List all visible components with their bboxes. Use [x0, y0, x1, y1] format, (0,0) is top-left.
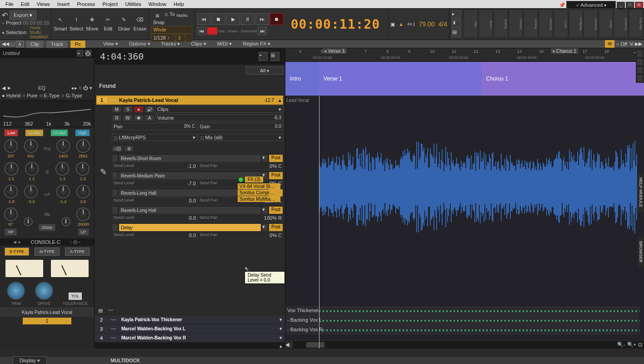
lvl-knob-3[interactable]: [56, 185, 70, 198]
snap-whole[interactable]: Whole: [151, 26, 192, 34]
n-type-button[interactable]: N-TYPE: [35, 248, 60, 256]
camera-icon[interactable]: ▣: [390, 21, 395, 27]
mini-track[interactable]: - Backing Vox R: [285, 325, 639, 335]
minimize-button[interactable]: _: [617, 2, 625, 8]
youtube-icon[interactable]: [207, 27, 217, 35]
rt-eraser-icon[interactable]: [637, 66, 643, 74]
menu-project[interactable]: Project: [99, 0, 121, 8]
tab-pc[interactable]: Pc: [70, 40, 86, 48]
mini-track[interactable]: Vox Thickener: [285, 306, 639, 316]
grid-icon[interactable]: ▦: [151, 10, 164, 19]
project-radio[interactable]: ○ Project 00:03:02:10: [2, 20, 49, 25]
lvl-knob-2[interactable]: [24, 185, 38, 198]
zoom-fit-icon[interactable]: ⊡: [638, 342, 642, 348]
help-tab[interactable]: HELP MODULE: [638, 173, 644, 212]
input-dropdown[interactable]: ◫ LftMcrpRPS▾: [112, 134, 197, 141]
expand-icon[interactable]: ⇲: [629, 41, 633, 47]
hp-button[interactable]: HP: [5, 228, 17, 236]
freq-knob-4[interactable]: [76, 139, 90, 153]
time-plus[interactable]: +: [259, 52, 268, 61]
tracks-menu[interactable]: Tracks ▾: [157, 40, 185, 48]
midi-menu[interactable]: MIDI ▾: [213, 40, 236, 48]
solo-button[interactable]: S: [123, 106, 133, 113]
timesig-value[interactable]: 4/4: [439, 20, 447, 28]
write-button[interactable]: W: [123, 115, 133, 121]
tab-select[interactable]: Select: [509, 10, 523, 38]
band-high[interactable]: High: [75, 129, 90, 136]
tab-track[interactable]: Track: [46, 40, 68, 48]
rt-selection-icon[interactable]: [637, 50, 643, 57]
tab-act[interactable]: ACT: [554, 10, 568, 38]
track-expand-icon[interactable]: ▾: [277, 326, 285, 332]
mute-button[interactable]: M: [112, 106, 122, 113]
band-lomid[interactable]: Lo Mid: [25, 129, 44, 136]
menu-file[interactable]: File: [2, 0, 17, 8]
mini-track[interactable]: - Backing Vox L: [285, 316, 639, 325]
menu-insert[interactable]: Insert: [54, 0, 74, 8]
tab-event[interactable]: Event: [494, 10, 508, 38]
eq-controls[interactable]: ▸▸ ○ ⏻ ▾: [72, 85, 92, 91]
clips-menu[interactable]: Clips ▾: [186, 40, 211, 48]
send-3-level[interactable]: Send Level0.0: [112, 214, 197, 222]
pan-slider[interactable]: Pan0% C: [112, 123, 197, 130]
send-0-pan[interactable]: Send Pan0% C: [198, 162, 283, 170]
add-track-button[interactable]: +: [77, 50, 83, 56]
send-0-dd[interactable]: ▾: [262, 154, 268, 162]
lp-button[interactable]: LP: [78, 228, 89, 236]
tab-mixrcl[interactable]: Mix Rcl: [629, 10, 643, 38]
q-knob-4[interactable]: [76, 162, 90, 176]
stop-button[interactable]: ⏹: [212, 13, 225, 25]
volume-slider[interactable]: Volume-6.3: [155, 114, 283, 121]
send-0-name[interactable]: Reverb-Short Room: [119, 154, 261, 162]
pause-button[interactable]: ⏸: [241, 13, 255, 25]
tol-button[interactable]: TOL: [68, 292, 82, 300]
scroll-left[interactable]: ◀: [285, 342, 293, 348]
browser-tab[interactable]: BROWSER: [638, 237, 644, 267]
tab-sync[interactable]: Sync: [599, 10, 613, 38]
fx-power-led[interactable]: [239, 177, 243, 182]
lvl-knob-1[interactable]: [4, 185, 18, 198]
waveform-icon[interactable]: 〰: [108, 335, 119, 341]
freq-knob-3[interactable]: [56, 139, 70, 153]
send-1-led[interactable]: [112, 172, 118, 180]
arm-button[interactable]: ●: [134, 106, 144, 113]
nav-a-icon[interactable]: A: [16, 41, 24, 47]
envelope-icon[interactable]: ✉: [605, 40, 614, 48]
q-knob-3[interactable]: [55, 162, 69, 176]
send-4-name[interactable]: Delay: [119, 223, 261, 232]
aux-btn-3[interactable]: ▤: [452, 29, 461, 37]
aux-btn-1[interactable]: ▸: [452, 10, 461, 19]
undo-icon[interactable]: ↶: [2, 11, 8, 20]
hp-knob[interactable]: [4, 207, 18, 221]
auto-icon[interactable]: 〰: [108, 308, 113, 313]
lp-knob[interactable]: [76, 207, 90, 221]
waveform-clip[interactable]: [319, 123, 637, 251]
eq-nav-left[interactable]: ◀ ►: [2, 85, 12, 91]
output-dropdown[interactable]: ◫ Mix (all)▾: [198, 134, 284, 141]
record-button[interactable]: ⏺: [270, 13, 284, 25]
send-4-dd[interactable]: ▾: [262, 223, 268, 232]
eq-gtype[interactable]: ○ G-Type: [61, 93, 82, 98]
menu-views[interactable]: Views: [33, 0, 54, 8]
pencil-icon[interactable]: ✎: [100, 167, 107, 177]
clips-dropdown[interactable]: Clips▾: [155, 106, 283, 113]
h-scrollbar[interactable]: ◀ 🔍- 🔍+ ⊡: [285, 340, 644, 349]
interleave-button[interactable]: ⊘: [124, 145, 134, 152]
tab-markers[interactable]: Markers: [569, 10, 583, 38]
fx-item-3[interactable]: Sonitus Multiba…: [238, 196, 280, 202]
draw-tool[interactable]: ✎Draw: [116, 10, 132, 32]
send-3-led[interactable]: [112, 206, 118, 214]
send-4-post[interactable]: Post: [269, 223, 283, 232]
band-himid[interactable]: Hi Mid: [50, 129, 69, 136]
section-verse1[interactable]: Verse 1: [319, 62, 482, 96]
track-expand-icon[interactable]: ▾: [277, 335, 285, 341]
q-knob-2[interactable]: [25, 162, 39, 176]
trim-knob[interactable]: [6, 281, 25, 300]
marks-button[interactable]: Marks: [176, 10, 189, 19]
play-button[interactable]: ▶: [226, 13, 240, 25]
workspace-dropdown[interactable]: ✓ Advanced ▾: [566, 1, 616, 9]
zoom-in-icon[interactable]: 🔍+: [627, 342, 636, 348]
band-low[interactable]: Low: [4, 129, 18, 136]
drive-knob[interactable]: [35, 281, 54, 300]
waveform-icon[interactable]: 〰: [108, 326, 119, 332]
